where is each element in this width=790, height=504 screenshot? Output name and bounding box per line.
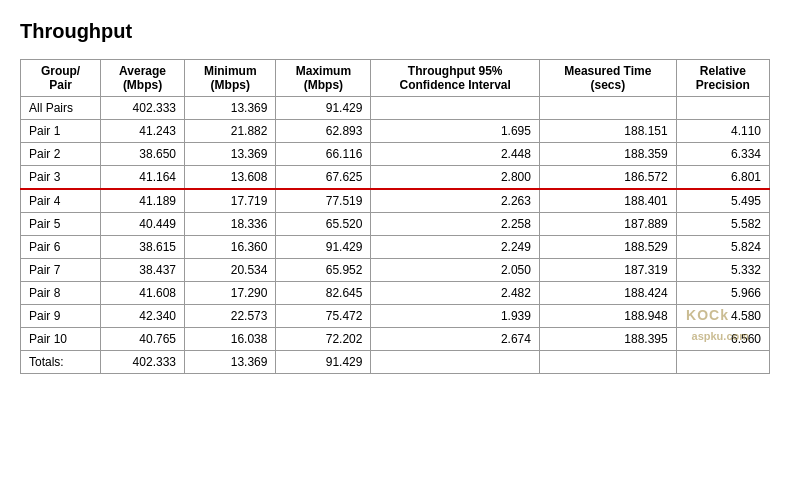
cell-pair10-col3: 72.202 (276, 328, 371, 351)
cell-pair2-col3: 66.116 (276, 143, 371, 166)
table-row: All Pairs402.33313.36991.429 (21, 97, 770, 120)
cell-totals-col4 (371, 351, 540, 374)
cell-pair6-col1: 38.615 (101, 236, 185, 259)
cell-pair8-col4: 2.482 (371, 282, 540, 305)
cell-pair8-col3: 82.645 (276, 282, 371, 305)
cell-pair2-col6: 6.334 (676, 143, 769, 166)
cell-totals-col0: Totals: (21, 351, 101, 374)
cell-pair8-col0: Pair 8 (21, 282, 101, 305)
cell-pair9-col3: 75.472 (276, 305, 371, 328)
cell-pair2-col4: 2.448 (371, 143, 540, 166)
table-row: Totals:402.33313.36991.429 (21, 351, 770, 374)
cell-pair5-col4: 2.258 (371, 213, 540, 236)
col-header-rp: RelativePrecision (676, 60, 769, 97)
cell-pair7-col6: 5.332 (676, 259, 769, 282)
col-header-avg: Average(Mbps) (101, 60, 185, 97)
throughput-table: Group/Pair Average(Mbps) Minimum(Mbps) M… (20, 59, 770, 374)
cell-totals-col5 (539, 351, 676, 374)
cell-pair4-col6: 5.495 (676, 189, 769, 213)
page-title: Throughput (20, 20, 770, 43)
cell-pair3-col1: 41.164 (101, 166, 185, 190)
cell-totals-col1: 402.333 (101, 351, 185, 374)
cell-pair7-col2: 20.534 (185, 259, 276, 282)
cell-all-pairs-col2: 13.369 (185, 97, 276, 120)
table-row: Pair 540.44918.33665.5202.258187.8895.58… (21, 213, 770, 236)
cell-pair9-col2: 22.573 (185, 305, 276, 328)
cell-pair4-col4: 2.263 (371, 189, 540, 213)
cell-pair9-col5: 188.948 (539, 305, 676, 328)
cell-totals-col3: 91.429 (276, 351, 371, 374)
cell-pair2-col5: 188.359 (539, 143, 676, 166)
table-row: Pair 141.24321.88262.8931.695188.1514.11… (21, 120, 770, 143)
cell-pair3-col5: 186.572 (539, 166, 676, 190)
cell-pair1-col1: 41.243 (101, 120, 185, 143)
cell-pair4-col0: Pair 4 (21, 189, 101, 213)
table-row: Pair 441.18917.71977.5192.263188.4015.49… (21, 189, 770, 213)
cell-pair8-col6: 5.966 (676, 282, 769, 305)
cell-pair5-col1: 40.449 (101, 213, 185, 236)
cell-pair5-col5: 187.889 (539, 213, 676, 236)
cell-pair2-col0: Pair 2 (21, 143, 101, 166)
cell-pair6-col6: 5.824 (676, 236, 769, 259)
cell-all-pairs-col1: 402.333 (101, 97, 185, 120)
table-row: Pair 638.61516.36091.4292.249188.5295.82… (21, 236, 770, 259)
cell-pair9-col1: 42.340 (101, 305, 185, 328)
cell-pair10-col5: 188.395 (539, 328, 676, 351)
cell-pair4-col5: 188.401 (539, 189, 676, 213)
cell-pair6-col3: 91.429 (276, 236, 371, 259)
cell-pair8-col1: 41.608 (101, 282, 185, 305)
cell-pair10-col1: 40.765 (101, 328, 185, 351)
col-header-time: Measured Time(secs) (539, 60, 676, 97)
cell-pair1-col5: 188.151 (539, 120, 676, 143)
cell-pair5-col6: 5.582 (676, 213, 769, 236)
cell-pair10-col2: 16.038 (185, 328, 276, 351)
cell-pair10-col4: 2.674 (371, 328, 540, 351)
cell-all-pairs-col6 (676, 97, 769, 120)
cell-pair5-col2: 18.336 (185, 213, 276, 236)
table-row: Pair 841.60817.29082.6452.482188.4245.96… (21, 282, 770, 305)
cell-pair4-col3: 77.519 (276, 189, 371, 213)
cell-pair9-col6: 4.580KOCk (676, 305, 769, 328)
cell-pair6-col0: Pair 6 (21, 236, 101, 259)
col-header-min: Minimum(Mbps) (185, 60, 276, 97)
cell-pair6-col5: 188.529 (539, 236, 676, 259)
cell-pair8-col5: 188.424 (539, 282, 676, 305)
cell-pair7-col1: 38.437 (101, 259, 185, 282)
cell-pair1-col3: 62.893 (276, 120, 371, 143)
col-header-max: Maximum(Mbps) (276, 60, 371, 97)
cell-pair3-col3: 67.625 (276, 166, 371, 190)
cell-pair9-col0: Pair 9 (21, 305, 101, 328)
cell-pair7-col3: 65.952 (276, 259, 371, 282)
cell-pair1-col2: 21.882 (185, 120, 276, 143)
cell-pair6-col4: 2.249 (371, 236, 540, 259)
col-header-group: Group/Pair (21, 60, 101, 97)
cell-pair9-col4: 1.939 (371, 305, 540, 328)
cell-all-pairs-col4 (371, 97, 540, 120)
cell-pair7-col0: Pair 7 (21, 259, 101, 282)
cell-pair10-col6: 6.560aspku.com (676, 328, 769, 351)
cell-pair3-col6: 6.801 (676, 166, 769, 190)
cell-pair4-col1: 41.189 (101, 189, 185, 213)
table-row: Pair 1040.76516.03872.2022.674188.3956.5… (21, 328, 770, 351)
table-row: Pair 238.65013.36966.1162.448188.3596.33… (21, 143, 770, 166)
cell-totals-col6 (676, 351, 769, 374)
cell-pair2-col1: 38.650 (101, 143, 185, 166)
cell-pair7-col4: 2.050 (371, 259, 540, 282)
cell-pair3-col4: 2.800 (371, 166, 540, 190)
cell-pair3-col2: 13.608 (185, 166, 276, 190)
cell-pair10-col0: Pair 10 (21, 328, 101, 351)
col-header-ci: Throughput 95%Confidence Interval (371, 60, 540, 97)
cell-all-pairs-col0: All Pairs (21, 97, 101, 120)
cell-pair7-col5: 187.319 (539, 259, 676, 282)
cell-totals-col2: 13.369 (185, 351, 276, 374)
table-row: Pair 942.34022.57375.4721.939188.9484.58… (21, 305, 770, 328)
cell-pair4-col2: 17.719 (185, 189, 276, 213)
table-row: Pair 738.43720.53465.9522.050187.3195.33… (21, 259, 770, 282)
cell-pair8-col2: 17.290 (185, 282, 276, 305)
cell-pair3-col0: Pair 3 (21, 166, 101, 190)
cell-pair1-col6: 4.110 (676, 120, 769, 143)
cell-pair5-col0: Pair 5 (21, 213, 101, 236)
cell-pair6-col2: 16.360 (185, 236, 276, 259)
cell-pair5-col3: 65.520 (276, 213, 371, 236)
cell-all-pairs-col5 (539, 97, 676, 120)
